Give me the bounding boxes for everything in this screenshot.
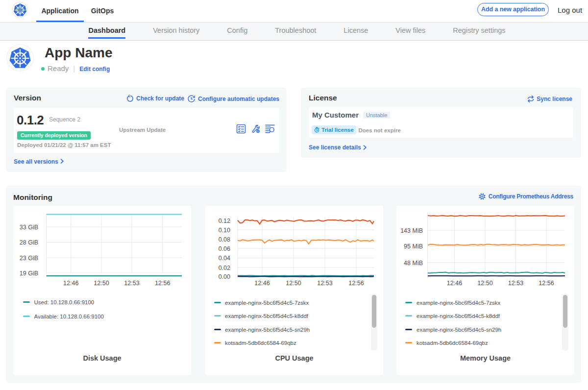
svg-text:0.02: 0.02	[219, 265, 230, 271]
svg-text:12:53: 12:53	[317, 280, 332, 287]
svg-text:12:50: 12:50	[286, 280, 301, 287]
svg-text:12:53: 12:53	[508, 280, 523, 287]
svg-text:23 GiB: 23 GiB	[20, 255, 38, 262]
svg-text:12:50: 12:50	[477, 280, 492, 287]
svg-text:143 MiB: 143 MiB	[400, 227, 423, 234]
svg-text:12:56: 12:56	[348, 280, 364, 287]
svg-text:0.00: 0.00	[219, 273, 230, 280]
svg-text:12:50: 12:50	[94, 280, 109, 287]
svg-text:0.08: 0.08	[219, 236, 230, 243]
svg-text:0.06: 0.06	[219, 245, 230, 252]
svg-text:12:56: 12:56	[155, 280, 170, 287]
svg-text:33 GiB: 33 GiB	[20, 224, 38, 231]
svg-text:0.10: 0.10	[219, 227, 230, 234]
svg-text:12:46: 12:46	[254, 280, 270, 287]
svg-text:95 MiB: 95 MiB	[404, 243, 423, 250]
svg-text:12:53: 12:53	[124, 280, 139, 287]
svg-text:12:46: 12:46	[447, 280, 462, 287]
svg-text:0.12: 0.12	[219, 218, 230, 224]
svg-text:28 GiB: 28 GiB	[20, 239, 38, 246]
svg-text:48 MiB: 48 MiB	[404, 260, 423, 267]
svg-text:0.04: 0.04	[219, 255, 230, 262]
svg-text:12:46: 12:46	[63, 280, 78, 287]
svg-text:12:56: 12:56	[539, 280, 554, 287]
svg-text:19 GiB: 19 GiB	[20, 270, 38, 277]
